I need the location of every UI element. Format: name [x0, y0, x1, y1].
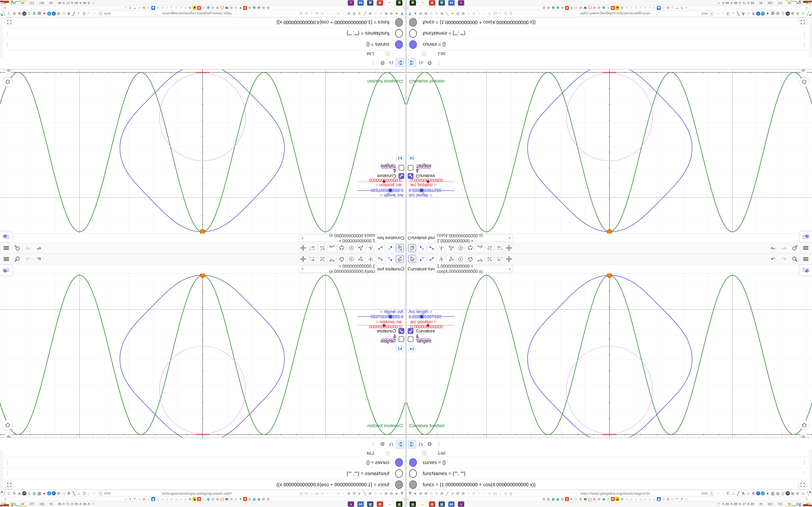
- radio-circle-icon[interactable]: ◎: [336, 12, 341, 16]
- arc-position-slider-knob[interactable]: [426, 324, 429, 327]
- ring-favicon[interactable]: ◯: [220, 6, 224, 10]
- arc-position-slider-knob[interactable]: [383, 324, 386, 327]
- scrollbar[interactable]: [0, 450, 3, 490]
- undo-button[interactable]: [769, 255, 777, 263]
- highlighter-icon[interactable]: ╱: [736, 491, 741, 496]
- red-gear-app-icon[interactable]: ✿: [429, 501, 435, 507]
- wrench-icon[interactable]: ╱: [445, 491, 450, 496]
- green-shield-favicon[interactable]: ▼: [570, 6, 573, 10]
- geogebra-favicon[interactable]: ∩: [147, 6, 151, 10]
- f-favicon[interactable]: f: [128, 497, 132, 501]
- chevron-collapse-icon[interactable]: «: [92, 2, 94, 5]
- kebab-menu-icon[interactable]: ⋮: [435, 58, 443, 67]
- globe-icon[interactable]: ⊕: [440, 491, 444, 496]
- geogebra-favicon[interactable]: ∩: [138, 6, 141, 10]
- g-favicon[interactable]: G: [560, 6, 564, 10]
- geogebra-favicon[interactable]: ∩: [648, 6, 652, 10]
- firefox-app-icon[interactable]: ●: [387, 0, 393, 6]
- kebab-menu-icon[interactable]: ⋮: [802, 31, 807, 37]
- w-favicon[interactable]: W: [583, 6, 587, 10]
- gear-icon[interactable]: ⚙: [378, 440, 387, 449]
- reload-extension-icon[interactable]: C: [726, 491, 730, 496]
- sphere-favicon[interactable]: ◍: [252, 497, 256, 501]
- radio-circle-icon[interactable]: ◎: [488, 491, 492, 496]
- algebra-row-funcnames[interactable]: funcNames = {"", ""} ⋮: [407, 468, 812, 479]
- g-favicon[interactable]: G: [230, 6, 233, 10]
- y-logo-icon[interactable]: Y: [408, 12, 412, 16]
- monitor-app-icon[interactable]: ▥: [439, 501, 445, 507]
- f-favicon[interactable]: f: [680, 6, 684, 10]
- m-extension-icon[interactable]: m: [785, 491, 790, 495]
- g-favicon[interactable]: G: [597, 6, 601, 10]
- globe-icon[interactable]: ⊕: [347, 491, 351, 496]
- asterisk-favicon[interactable]: *: [133, 6, 137, 10]
- g-favicon[interactable]: G: [211, 6, 215, 10]
- line-tool[interactable]: [376, 244, 385, 252]
- firefox-icon[interactable]: ●: [450, 491, 455, 496]
- arc-length-slider[interactable]: [408, 190, 455, 191]
- polygon-tool[interactable]: [357, 244, 365, 252]
- blue-shield-favicon[interactable]: ◆: [151, 6, 155, 10]
- url-bar[interactable]: https://www.geogebra.org/classic/aagcxh3…: [97, 11, 236, 17]
- reflect-about-line-tool[interactable]: [318, 255, 326, 263]
- visibility-marble[interactable]: [409, 481, 417, 489]
- undo-button[interactable]: [35, 255, 43, 263]
- floppy-app-icon[interactable]: 64: [448, 0, 455, 6]
- g-favicon[interactable]: G: [597, 497, 601, 501]
- download-icon[interactable]: ↓: [77, 491, 81, 496]
- sphere-favicon[interactable]: ◍: [257, 6, 261, 10]
- gear-icon[interactable]: ⚙: [456, 491, 460, 496]
- olive-extension-icon[interactable]: ●: [394, 12, 399, 16]
- circle-with-center-tool[interactable]: [457, 244, 464, 252]
- home-extension-icon[interactable]: ⌂: [47, 491, 51, 495]
- globe-color-icon[interactable]: ◍: [775, 12, 780, 16]
- back-arrow-icon[interactable]: ←: [498, 491, 503, 496]
- sphere-favicon[interactable]: ◍: [252, 6, 256, 10]
- collapse-toggle[interactable]: −: [386, 451, 390, 456]
- globe-icon[interactable]: ⊕: [389, 491, 394, 496]
- redo-button[interactable]: [780, 255, 788, 263]
- algebra-row-curves[interactable]: curves = {} ⋮: [0, 39, 405, 50]
- radio-circle-icon[interactable]: ○: [466, 491, 471, 496]
- home-button[interactable]: [800, 77, 809, 87]
- gear-icon[interactable]: ⚙: [352, 491, 356, 496]
- radio-circle-icon[interactable]: ○: [466, 12, 471, 16]
- arc-position-slider[interactable]: [408, 325, 455, 326]
- add-circle-icon[interactable]: +: [52, 491, 56, 495]
- radio-circle-icon[interactable]: ◎: [471, 12, 476, 16]
- radio-circle-icon[interactable]: ○: [331, 12, 335, 16]
- hook-extension-icon[interactable]: ∩: [434, 491, 439, 496]
- yandex-favicon[interactable]: R: [243, 497, 247, 501]
- geogebra-favicon[interactable]: ∩: [661, 6, 665, 10]
- translate-icon[interactable]: A: [66, 491, 71, 496]
- bookmark-star-icon[interactable]: ☆: [92, 12, 96, 16]
- door-extension-icon[interactable]: ⊐: [800, 491, 805, 496]
- menu-icon[interactable]: [802, 244, 809, 252]
- globe-icon[interactable]: ⊕: [347, 12, 351, 16]
- algebra-row-curves[interactable]: curves = {} ⋮: [407, 457, 812, 468]
- olive-extension-icon[interactable]: ●: [413, 491, 418, 496]
- firefox-app-icon[interactable]: ●: [419, 0, 425, 6]
- sphere-favicon[interactable]: ◍: [602, 497, 606, 501]
- yandex-favicon[interactable]: R: [197, 497, 201, 501]
- folder-icon[interactable]: ▭: [315, 491, 319, 496]
- geogebra-favicon[interactable]: ∩: [165, 6, 169, 10]
- scrollbar[interactable]: [809, 17, 812, 57]
- chevron-up-icon[interactable]: ∧: [4, 497, 6, 501]
- tracing-checkbox[interactable]: [399, 336, 404, 342]
- bookmark-star-icon[interactable]: ☆: [92, 491, 96, 496]
- geogebra-favicon[interactable]: ∩: [179, 497, 183, 501]
- home-extension-icon[interactable]: ⌂: [761, 491, 765, 495]
- barrel-extension-icon[interactable]: ▥: [770, 491, 775, 496]
- asterisk-favicon[interactable]: *: [133, 497, 137, 501]
- geogebra-favicon[interactable]: ∩: [625, 6, 628, 10]
- info-favicon[interactable]: i: [202, 497, 206, 501]
- collapse-toggle[interactable]: −: [422, 51, 426, 56]
- menu-icon[interactable]: [802, 255, 809, 263]
- perpendicular-line-tool[interactable]: [437, 255, 445, 263]
- owl-app-icon[interactable]: ●: [458, 0, 464, 6]
- curvature-function-dropdown[interactable]: 1.000000000000 + cos(4.000000000000 x) ▼: [435, 234, 513, 242]
- lock-icon[interactable]: ▯: [299, 491, 303, 496]
- move-graphics-view-tool[interactable]: [505, 255, 513, 263]
- geogebra-favicon[interactable]: ∩: [629, 497, 633, 501]
